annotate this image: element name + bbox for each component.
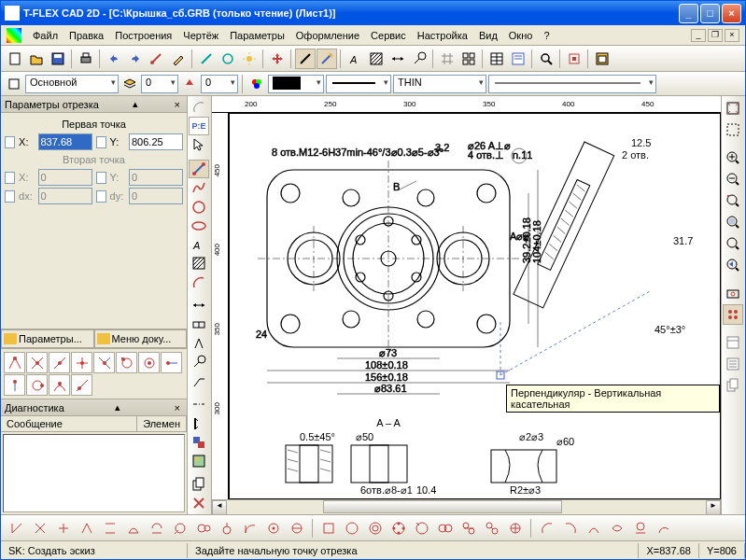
vtool-copy[interactable] (189, 475, 209, 493)
redo-button[interactable] (125, 49, 146, 69)
open-button[interactable] (26, 49, 47, 69)
layers-icon[interactable] (120, 75, 139, 93)
vtool-delete[interactable] (189, 495, 209, 512)
btool-19[interactable] (435, 518, 456, 539)
vtool-spline[interactable] (189, 179, 209, 197)
snap-9[interactable] (4, 374, 25, 396)
snap-10[interactable] (26, 374, 48, 396)
btool-12[interactable] (263, 518, 284, 539)
diag-close[interactable]: × (172, 402, 183, 413)
linetype-combo[interactable] (326, 75, 391, 93)
menu-parameters[interactable]: Параметры (224, 28, 290, 43)
btool-23[interactable] (537, 518, 557, 539)
zoom-tool[interactable] (536, 49, 556, 69)
snap-4[interactable] (71, 352, 92, 373)
btool-25[interactable] (584, 518, 604, 539)
grid2-tool[interactable] (458, 49, 479, 69)
scrollbar-h[interactable]: ◄ ► (212, 499, 721, 514)
snap-toggle[interactable] (723, 304, 743, 325)
snap-8[interactable] (161, 352, 182, 373)
circle-tool[interactable] (218, 49, 238, 69)
print-button[interactable] (76, 49, 96, 69)
btool-24[interactable] (560, 518, 581, 539)
copy-panel[interactable] (723, 375, 743, 396)
layer-combo[interactable]: Основной (25, 75, 119, 93)
vtool-segment[interactable] (189, 160, 209, 178)
zoom-window[interactable] (723, 119, 743, 140)
vtool-pe[interactable]: P:E (189, 117, 209, 135)
new-button[interactable] (5, 49, 25, 69)
diag-col-element[interactable]: Элемен (137, 416, 187, 431)
vtool-arc[interactable] (189, 98, 209, 116)
snap-2[interactable] (26, 352, 48, 373)
vtool-picture[interactable] (189, 453, 209, 470)
leader-tool[interactable] (409, 49, 429, 69)
table-tool[interactable] (486, 49, 507, 69)
line-tool[interactable] (196, 49, 217, 69)
y1-checkbox[interactable] (96, 136, 106, 148)
panel-close[interactable]: × (172, 99, 183, 110)
menu-construction[interactable]: Построения (109, 28, 177, 43)
vtool-ellipse[interactable] (189, 217, 209, 234)
menu-service[interactable]: Сервис (365, 28, 412, 43)
vtool-circle[interactable] (189, 198, 209, 216)
color-icon[interactable] (247, 75, 266, 93)
hatch-tool[interactable] (366, 49, 387, 69)
level-up-icon[interactable] (180, 75, 199, 93)
move-tool[interactable] (267, 49, 288, 69)
vtool-fragment[interactable] (189, 433, 209, 451)
btool-2[interactable] (30, 518, 50, 539)
btool-8[interactable] (170, 518, 190, 539)
vtool-leader2[interactable] (189, 372, 209, 390)
dimension-tool[interactable] (387, 49, 408, 69)
btool-14[interactable] (318, 518, 339, 539)
mdi-close[interactable]: × (725, 29, 739, 42)
zoom-previous[interactable] (723, 255, 743, 275)
list-panel[interactable] (723, 354, 743, 374)
zoom-out[interactable] (723, 169, 743, 189)
y1-input[interactable] (129, 133, 183, 150)
btool-6[interactable] (123, 518, 144, 539)
mdi-restore[interactable]: ❐ (708, 29, 723, 42)
btool-3[interactable] (53, 518, 74, 539)
snap-7[interactable] (138, 352, 160, 373)
zoom-realtime[interactable] (723, 233, 743, 254)
sketch-button[interactable] (147, 49, 167, 69)
layer-icon[interactable] (5, 75, 23, 93)
menu-view[interactable]: Вид (473, 28, 503, 43)
zoom-in[interactable] (723, 147, 743, 168)
btool-20[interactable] (458, 518, 479, 539)
y2-checkbox[interactable] (96, 172, 106, 184)
level2-combo[interactable]: 0 (201, 75, 238, 93)
tab-params[interactable]: Параметры... (1, 329, 94, 348)
zoom-pan[interactable] (723, 190, 743, 211)
vtool-arc2[interactable] (189, 273, 209, 291)
snap-12[interactable] (71, 374, 92, 396)
sun-tool[interactable] (239, 49, 260, 69)
vtool-section[interactable] (189, 414, 209, 432)
x1-input[interactable] (38, 133, 92, 150)
menu-window[interactable]: Окно (503, 28, 539, 43)
btool-21[interactable] (482, 518, 502, 539)
btool-10[interactable] (217, 518, 237, 539)
btool-4[interactable] (77, 518, 97, 539)
assembly-tool[interactable] (564, 49, 584, 69)
vtool-axis[interactable] (189, 396, 209, 413)
btool-18[interactable] (412, 518, 432, 539)
vtool-tolerance[interactable] (189, 315, 209, 333)
btool-17[interactable] (388, 518, 409, 539)
zoom-selection[interactable] (723, 212, 743, 232)
btool-22[interactable] (505, 518, 526, 539)
btool-1[interactable] (7, 518, 27, 539)
snap-11[interactable] (49, 374, 70, 396)
btool-28[interactable] (654, 518, 674, 539)
maximize-button[interactable]: □ (700, 4, 720, 23)
menu-edit[interactable]: Правка (63, 28, 109, 43)
window-tool[interactable] (592, 49, 612, 69)
menu-settings[interactable]: Настройка (412, 28, 473, 43)
layer-panel[interactable] (723, 332, 743, 353)
mdi-minimize[interactable]: _ (691, 29, 706, 42)
menu-drawing[interactable]: Чертёж (177, 28, 224, 43)
diag-col-message[interactable]: Сообщение (1, 416, 137, 431)
properties-tool[interactable] (508, 49, 528, 69)
